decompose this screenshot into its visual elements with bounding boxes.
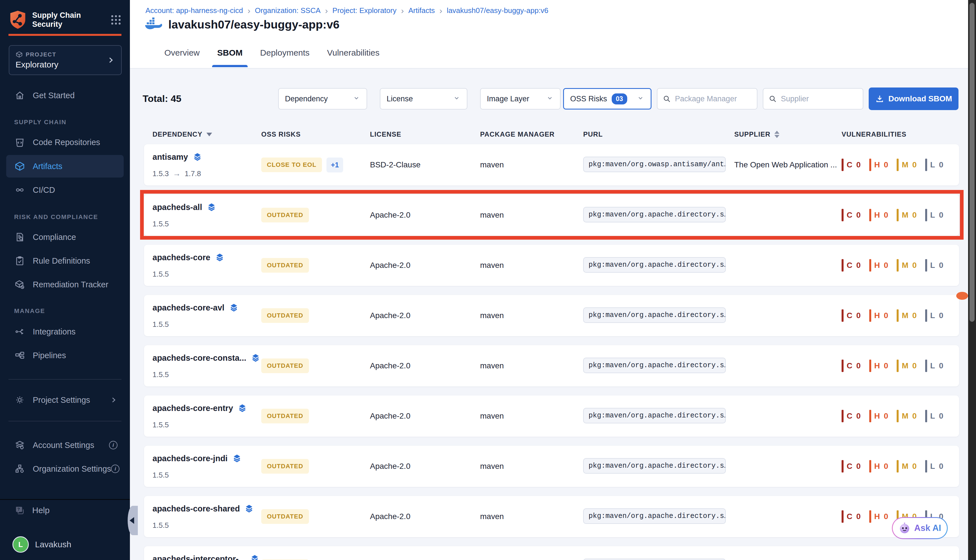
vuln-count-low[interactable]: L 0 <box>925 158 944 171</box>
vuln-count-critical[interactable]: C 0 <box>842 460 862 472</box>
sidebar-item-organization-settings[interactable]: Organization Settingsi <box>6 458 124 480</box>
app-switcher-grid-icon[interactable] <box>110 14 122 25</box>
sidebar-item-integrations[interactable]: Integrations <box>6 320 124 343</box>
layers-icon[interactable] <box>193 152 202 162</box>
scrollbar-track[interactable] <box>968 0 976 560</box>
vuln-count-critical[interactable]: C 0 <box>842 209 862 221</box>
vuln-count-critical[interactable]: C 0 <box>842 158 862 171</box>
sidebar-item-code-repositories[interactable]: Code Repositories <box>6 131 124 153</box>
breadcrumb-link[interactable]: Account: app-harness-ng-cicd <box>145 6 243 15</box>
sidebar-collapse-handle[interactable] <box>128 506 138 535</box>
vuln-count-medium[interactable]: M 0 <box>897 309 918 322</box>
risk-badge[interactable]: OUTDATED <box>261 208 309 222</box>
project-selector[interactable]: PROJECT Exploratory <box>9 45 122 75</box>
vuln-count-critical[interactable]: C 0 <box>842 309 862 322</box>
table-row[interactable]: apacheds-core-consta...1.5.5OUTDATEDApac… <box>144 345 959 387</box>
help-button[interactable]: ? Help <box>14 505 50 516</box>
vuln-count-high[interactable]: H 0 <box>869 158 889 171</box>
user-menu[interactable]: L Lavakush <box>12 536 71 553</box>
sidebar-item-compliance[interactable]: Compliance <box>6 226 124 248</box>
sort-icon[interactable] <box>774 131 779 138</box>
breadcrumb-link[interactable]: Artifacts <box>408 6 435 15</box>
layers-icon[interactable] <box>237 403 247 413</box>
risk-badge[interactable]: OUTDATED <box>261 308 309 323</box>
breadcrumb-link[interactable]: Organization: SSCA <box>255 6 320 15</box>
vuln-count-high[interactable]: H 0 <box>869 460 889 472</box>
vuln-count-low[interactable]: L 0 <box>925 209 944 221</box>
sidebar-item-project-settings[interactable]: Project Settings <box>6 389 124 411</box>
vuln-count-low[interactable]: L 0 <box>925 360 944 372</box>
layers-icon[interactable] <box>244 504 254 513</box>
layers-icon[interactable] <box>232 453 242 463</box>
vuln-count-high[interactable]: H 0 <box>869 510 889 523</box>
layers-icon[interactable] <box>215 253 225 262</box>
table-row[interactable]: antisamy1.5.3→1.7.8CLOSE TO EOL+1BSD-2-C… <box>144 144 959 185</box>
vuln-count-critical[interactable]: C 0 <box>842 410 862 422</box>
layers-icon[interactable] <box>229 303 239 312</box>
vuln-count-medium[interactable]: M 0 <box>897 158 918 171</box>
purl-pill[interactable]: pkg:maven/org.apache.directory.s… <box>583 207 726 222</box>
purl-pill[interactable]: pkg:maven/org.apache.directory.s… <box>583 257 726 273</box>
scrollbar-thumb[interactable] <box>969 3 974 322</box>
risk-badge[interactable]: OUTDATED <box>261 459 309 473</box>
risk-badge[interactable]: CLOSE TO EOL <box>261 158 322 172</box>
layers-icon[interactable] <box>250 554 260 560</box>
risk-badge[interactable]: OUTDATED <box>261 258 309 273</box>
tab-deployments[interactable]: Deployments <box>260 45 310 67</box>
purl-pill[interactable]: pkg:maven/org.apache.directory.s… <box>583 408 726 423</box>
sidebar-item-artifacts[interactable]: Artifacts <box>6 155 124 178</box>
ask-ai-button[interactable]: Ask AI <box>892 517 948 539</box>
table-row[interactable]: apacheds-core1.5.5OUTDATEDApache-2.0mave… <box>144 245 959 286</box>
purl-pill[interactable]: pkg:maven/org.apache.directory.s… <box>583 558 726 560</box>
layers-icon[interactable] <box>251 353 260 363</box>
purl-pill[interactable]: pkg:maven/org.apache.directory.s… <box>583 307 726 323</box>
breadcrumb-link[interactable]: lavakush07/easy-buggy-app:v6 <box>447 6 549 15</box>
vuln-count-medium[interactable]: M 0 <box>897 360 918 372</box>
tab-vulnerabilities[interactable]: Vulnerabilities <box>327 45 380 67</box>
vuln-count-medium[interactable]: M 0 <box>897 209 918 221</box>
vuln-count-medium[interactable]: M 0 <box>897 460 918 472</box>
table-row[interactable]: apacheds-core-shared1.5.5OUTDATEDApache-… <box>144 496 959 537</box>
sidebar-item-remediation-tracker[interactable]: Remediation Tracker <box>6 273 124 296</box>
filter-select-oss-risks[interactable]: OSS Risks03 <box>563 88 652 110</box>
purl-pill[interactable]: pkg:maven/org.apache.directory.s… <box>583 458 726 473</box>
risk-badge[interactable]: OUTDATED <box>261 409 309 423</box>
vuln-count-medium[interactable]: M 0 <box>897 259 918 272</box>
sidebar-item-pipelines[interactable]: Pipelines <box>6 344 124 367</box>
filter-select-license[interactable]: License <box>380 88 467 110</box>
vuln-count-low[interactable]: L 0 <box>925 259 944 272</box>
table-row[interactable]: apacheds-core-entry1.5.5OUTDATEDApache-2… <box>144 395 959 437</box>
vuln-count-high[interactable]: H 0 <box>869 360 889 372</box>
vuln-count-high[interactable]: H 0 <box>869 309 889 322</box>
purl-pill[interactable]: pkg:maven/org.owasp.antisamy/ant… <box>583 157 726 172</box>
breadcrumb-link[interactable]: Project: Exploratory <box>332 6 397 15</box>
vuln-count-low[interactable]: L 0 <box>925 309 944 322</box>
filter-select-image-layer[interactable]: Image Layer <box>480 88 561 110</box>
table-row[interactable]: apacheds-all1.5.5OUTDATEDApache-2.0maven… <box>144 195 959 236</box>
vuln-count-high[interactable]: H 0 <box>869 410 889 422</box>
vuln-count-medium[interactable]: M 0 <box>897 410 918 422</box>
sort-descending-icon[interactable] <box>207 133 212 136</box>
vuln-count-critical[interactable]: C 0 <box>842 510 862 523</box>
package-manager-input[interactable] <box>675 95 752 103</box>
layers-icon[interactable] <box>207 202 216 212</box>
sidebar-item-ci-cd[interactable]: CI/CD <box>6 179 124 201</box>
risk-badge[interactable]: OUTDATED <box>261 509 309 524</box>
supplier-input[interactable] <box>781 95 858 103</box>
tab-overview[interactable]: Overview <box>164 45 200 67</box>
vuln-count-high[interactable]: H 0 <box>869 209 889 221</box>
vuln-count-critical[interactable]: C 0 <box>842 259 862 272</box>
table-row[interactable]: apacheds-interceptor-...OUTDATEDApache-2… <box>144 546 959 560</box>
download-sbom-button[interactable]: Download SBOM <box>869 88 958 110</box>
vuln-count-critical[interactable]: C 0 <box>842 360 862 372</box>
purl-pill[interactable]: pkg:maven/org.apache.directory.s… <box>583 358 726 373</box>
sidebar-item-get-started[interactable]: Get Started <box>6 84 124 107</box>
tab-sbom[interactable]: SBOM <box>217 45 243 67</box>
vuln-count-high[interactable]: H 0 <box>869 259 889 272</box>
filter-select-dependency[interactable]: Dependency <box>278 88 367 110</box>
sidebar-item-rule-definitions[interactable]: Rule Definitions <box>6 250 124 272</box>
risk-extra-badge[interactable]: +1 <box>327 158 343 172</box>
table-row[interactable]: apacheds-core-jndi1.5.5OUTDATEDApache-2.… <box>144 446 959 487</box>
vuln-count-low[interactable]: L 0 <box>925 410 944 422</box>
purl-pill[interactable]: pkg:maven/org.apache.directory.s… <box>583 508 726 524</box>
